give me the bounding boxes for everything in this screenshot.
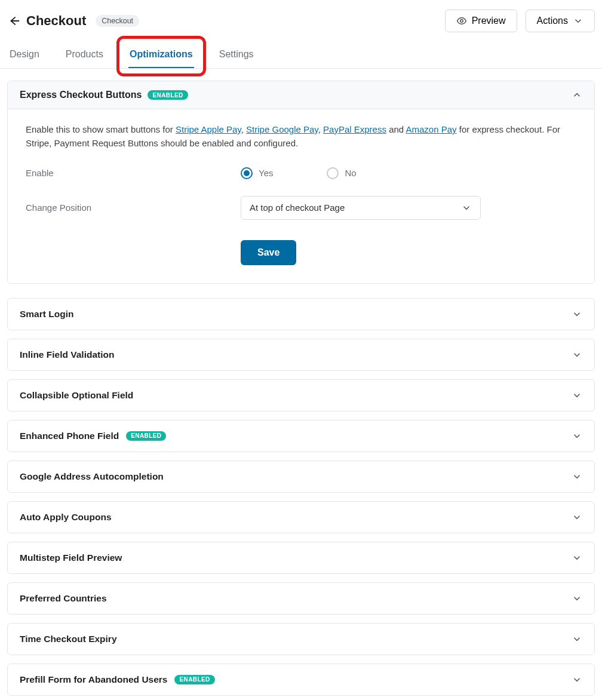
enable-yes-label: Yes xyxy=(259,168,273,178)
preview-label: Preview xyxy=(472,16,506,26)
express-checkout-panel: Express Checkout Buttons ENABLED Enable … xyxy=(7,81,595,284)
tab-optimizations-label: Optimizations xyxy=(130,49,193,59)
accordion-item[interactable]: Auto Apply Coupons xyxy=(7,501,595,533)
accordion-item[interactable]: Preferred Countries xyxy=(7,582,595,615)
accordion-item[interactable]: Google Address Autocompletion xyxy=(7,460,595,493)
accordion-title: Google Address Autocompletion xyxy=(20,471,164,482)
tab-design[interactable]: Design xyxy=(7,43,42,68)
chevron-down-icon xyxy=(572,512,582,523)
chevron-down-icon xyxy=(572,390,582,401)
enable-no-label: No xyxy=(345,168,356,178)
enabled-badge: ENABLED xyxy=(174,675,214,684)
chevron-down-icon xyxy=(572,349,582,360)
accordion-item[interactable]: Multistep Field Preview xyxy=(7,542,595,574)
express-checkout-header[interactable]: Express Checkout Buttons ENABLED xyxy=(8,81,594,109)
enabled-badge: ENABLED xyxy=(126,431,166,441)
accordion-title: Enhanced Phone Field xyxy=(20,431,119,441)
enable-label: Enable xyxy=(26,168,241,178)
express-checkout-description: Enable this to show smart buttons for St… xyxy=(26,122,576,151)
tabs-bar: Design Products Optimizations Settings xyxy=(0,43,602,69)
accordion-title: Preferred Countries xyxy=(20,593,107,604)
chevron-down-icon xyxy=(573,16,583,26)
link-paypal-express[interactable]: PayPal Express xyxy=(323,124,386,134)
actions-button[interactable]: Actions xyxy=(526,10,595,32)
accordion-title: Inline Field Validation xyxy=(20,349,114,360)
back-arrow-icon[interactable] xyxy=(7,14,20,27)
save-button[interactable]: Save xyxy=(241,240,296,265)
accordion-item[interactable]: Collapsible Optional Field xyxy=(7,379,595,412)
chevron-down-icon xyxy=(572,593,582,604)
accordion-title: Auto Apply Coupons xyxy=(20,512,112,523)
accordion-list: Smart LoginInline Field ValidationCollap… xyxy=(7,298,595,701)
chevron-down-icon xyxy=(572,471,582,482)
accordion-title: Smart Login xyxy=(20,309,73,320)
preview-button[interactable]: Preview xyxy=(445,10,517,32)
accordion-item[interactable]: Smart Login xyxy=(7,298,595,330)
eye-icon xyxy=(456,16,467,26)
accordion-title: Time Checkout Expiry xyxy=(20,634,117,644)
enabled-badge: ENABLED xyxy=(148,90,188,100)
link-amazon-pay[interactable]: Amazon Pay xyxy=(406,124,457,134)
accordion-title: Multistep Field Preview xyxy=(20,552,122,563)
position-select[interactable]: At top of checkout Page xyxy=(241,196,481,220)
position-label: Change Position xyxy=(26,202,241,213)
accordion-title: Collapsible Optional Field xyxy=(20,390,133,401)
accordion-title: Prefill Form for Abandoned Users xyxy=(20,674,167,685)
accordion-item[interactable]: Prefill Form for Abandoned UsersENABLED xyxy=(7,664,595,696)
accordion-item[interactable]: Inline Field Validation xyxy=(7,339,595,371)
tab-products[interactable]: Products xyxy=(63,43,106,68)
chevron-down-icon xyxy=(572,552,582,563)
chevron-down-icon xyxy=(572,634,582,644)
express-checkout-title: Express Checkout Buttons xyxy=(20,90,142,100)
link-stripe-apple-pay[interactable]: Stripe Apple Pay xyxy=(176,124,241,134)
enable-yes-radio[interactable]: Yes xyxy=(241,167,273,179)
actions-label: Actions xyxy=(537,16,568,26)
chevron-down-icon xyxy=(572,674,582,685)
svg-point-0 xyxy=(460,20,463,23)
position-value: At top of checkout Page xyxy=(250,202,345,213)
accordion-item[interactable]: Time Checkout Expiry xyxy=(7,623,595,655)
chevron-up-icon xyxy=(572,90,582,100)
link-stripe-google-pay[interactable]: Stripe Google Pay xyxy=(246,124,318,134)
tab-optimizations[interactable]: Optimizations xyxy=(127,43,195,68)
accordion-item[interactable]: Enhanced Phone FieldENABLED xyxy=(7,420,595,452)
page-title: Checkout xyxy=(26,13,86,29)
tab-settings[interactable]: Settings xyxy=(217,43,256,68)
chevron-down-icon xyxy=(572,309,582,320)
enable-no-radio[interactable]: No xyxy=(327,167,356,179)
radio-unchecked-icon xyxy=(327,167,339,179)
radio-checked-icon xyxy=(241,167,253,179)
chevron-down-icon xyxy=(572,431,582,441)
page-type-chip: Checkout xyxy=(96,15,139,27)
chevron-down-icon xyxy=(461,202,472,213)
